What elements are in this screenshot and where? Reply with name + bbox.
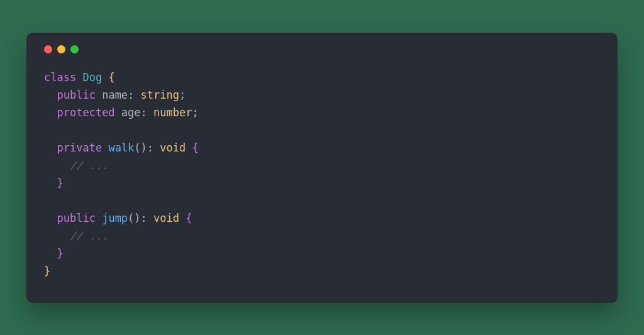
property-age: age bbox=[121, 106, 141, 119]
indent bbox=[44, 141, 57, 154]
brace-open: { bbox=[108, 71, 114, 84]
type-number: number bbox=[153, 106, 192, 119]
window-controls bbox=[44, 45, 600, 53]
parens: () bbox=[128, 212, 140, 224]
indent bbox=[44, 177, 57, 189]
code-window: class Dog { public name: string; protect… bbox=[26, 33, 618, 303]
indent bbox=[44, 247, 57, 260]
brace-close: } bbox=[57, 177, 63, 189]
colon: : bbox=[147, 141, 153, 154]
property-name: name bbox=[102, 89, 128, 101]
semicolon: ; bbox=[192, 106, 199, 119]
indent bbox=[44, 229, 70, 242]
colon: : bbox=[141, 212, 147, 224]
indent bbox=[44, 212, 57, 224]
indent bbox=[44, 106, 57, 119]
indent bbox=[44, 89, 57, 101]
modifier-public: public bbox=[57, 212, 95, 224]
colon: : bbox=[141, 106, 147, 119]
modifier-private: private bbox=[57, 141, 102, 154]
brace-close: } bbox=[57, 247, 63, 260]
code-content: class Dog { public name: string; protect… bbox=[44, 69, 600, 280]
brace-open: { bbox=[192, 141, 199, 154]
type-string: string bbox=[141, 89, 179, 101]
keyword-class: class bbox=[44, 71, 76, 84]
method-walk: walk bbox=[108, 141, 134, 154]
maximize-icon[interactable] bbox=[70, 45, 79, 53]
type-void: void bbox=[153, 212, 179, 224]
comment: // ... bbox=[70, 159, 108, 172]
brace-close: } bbox=[44, 265, 50, 277]
brace-open: { bbox=[186, 212, 192, 224]
class-name: Dog bbox=[82, 71, 102, 84]
modifier-public: public bbox=[57, 89, 95, 101]
close-icon[interactable] bbox=[44, 45, 52, 53]
indent bbox=[44, 159, 70, 172]
parens: () bbox=[134, 141, 147, 154]
comment: // ... bbox=[70, 229, 108, 242]
type-void: void bbox=[160, 141, 186, 154]
minimize-icon[interactable] bbox=[57, 45, 65, 53]
colon: : bbox=[128, 89, 134, 101]
modifier-protected: protected bbox=[57, 106, 114, 119]
method-jump: jump bbox=[102, 212, 128, 224]
semicolon: ; bbox=[179, 89, 186, 101]
